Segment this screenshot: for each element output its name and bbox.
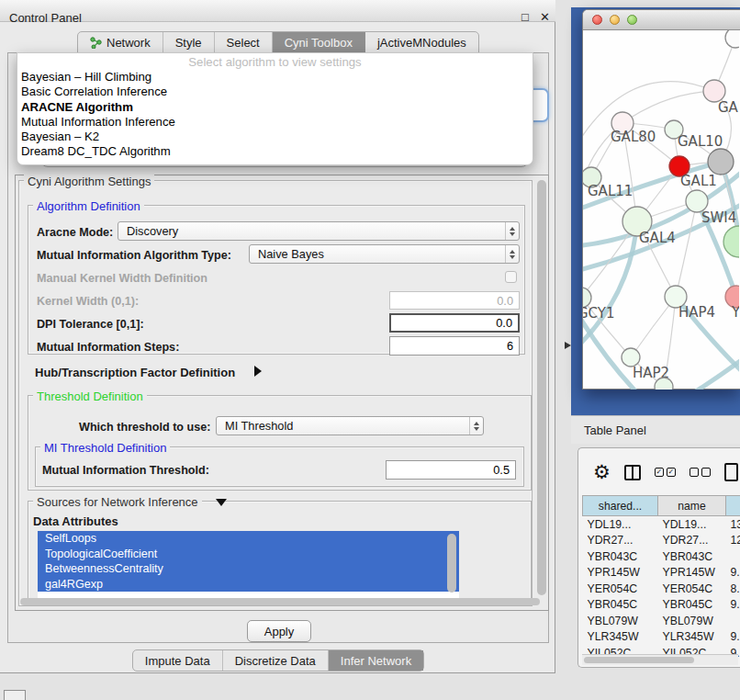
unchecked-pair-icon[interactable]	[690, 468, 711, 477]
control-panel-title: Control Panel	[9, 11, 82, 25]
columns-icon[interactable]	[624, 465, 641, 480]
tab-network[interactable]: Network	[78, 32, 163, 53]
expand-right-arrow-icon[interactable]	[254, 366, 262, 377]
algorithm-option[interactable]: ARACNE Algorithm	[17, 100, 533, 115]
bottom-tabstrip: Impute Data Discretize Data Infer Networ…	[0, 649, 556, 672]
attribute-list-scrollbar[interactable]	[447, 534, 456, 593]
mi-algorithm-type-label: Mutual Information Algorithm Type:	[37, 249, 231, 262]
attribute-item[interactable]: SelfLoops	[38, 531, 459, 547]
algorithm-option[interactable]: Bayesian – K2	[17, 130, 533, 144]
table-row[interactable]: YDL19...YDL19...13	[583, 516, 740, 533]
stepper-icon	[469, 417, 483, 435]
collapse-down-arrow-icon[interactable]	[216, 499, 227, 506]
mi-threshold-label: Mutual Information Threshold:	[42, 464, 209, 477]
close-traffic-light-icon[interactable]	[592, 15, 602, 25]
tab-jactivemnodules[interactable]: jActiveMNodules	[365, 32, 478, 53]
hub-definition-expander-label[interactable]: Hub/Transcription Factor Definition	[35, 366, 235, 379]
network-window[interactable]: GALGAL80GAL10GAL1GAL11SWI4GAL4GCY1HAP4YH…	[582, 9, 740, 390]
node-label: SWI4	[701, 209, 736, 226]
manual-kernel-width-label: Manual Kernel Width Definition	[37, 272, 207, 285]
threshold-definition-title: Threshold Definition	[33, 390, 147, 403]
dpi-tolerance-field[interactable]: 0.0	[389, 313, 520, 333]
table-hscroll-track[interactable]	[582, 654, 738, 665]
node-label: GCY1	[583, 305, 615, 322]
tab-impute-data[interactable]: Impute Data	[133, 650, 223, 671]
attribute-item[interactable]: gal4RGexp	[38, 577, 459, 593]
node-table-body: YDL19...YDL19...13YDR27...YDR27...12YBR0…	[583, 516, 740, 661]
node-label: GAL4	[639, 230, 676, 246]
table-row[interactable]: YDR27...YDR27...12	[583, 533, 740, 549]
apply-button[interactable]: Apply	[247, 620, 311, 642]
kernel-width-field[interactable]: 0.0	[389, 291, 520, 310]
column-header-shared-name[interactable]: shared...	[583, 496, 658, 516]
node-table[interactable]: shared... name A YDL19...YDL19...13YDR27…	[582, 495, 740, 661]
control-panel-titlebar[interactable]	[0, 0, 555, 22]
column-header-third[interactable]: A	[726, 496, 740, 516]
node-hap2[interactable]	[622, 348, 640, 367]
tab-select[interactable]: Select	[215, 32, 273, 53]
algorithm-option[interactable]: Dream8 DC_TDC Algorithm	[17, 144, 533, 159]
table-row[interactable]: YER054CYER054C8.	[583, 581, 740, 597]
tab-infer-network[interactable]: Infer Network	[329, 650, 423, 671]
attribute-item[interactable]: BetweennessCentrality	[38, 561, 459, 577]
mi-algorithm-type-combo[interactable]: Naive Bayes	[249, 244, 520, 264]
node-label: GAL10	[678, 133, 723, 150]
minimize-traffic-light-icon[interactable]	[610, 15, 620, 25]
which-threshold-combo[interactable]: MI Threshold	[216, 416, 484, 435]
close-panel-icon[interactable]: ✕	[540, 10, 550, 24]
data-attributes-label: Data Attributes	[33, 514, 118, 528]
aracne-mode-combo[interactable]: Discovery	[118, 221, 520, 241]
algorithm-dropdown-popup: Select algorithm to view settings Bayesi…	[17, 52, 533, 165]
node-label: HAP4	[678, 304, 715, 321]
tab-cyni-toolbox[interactable]: Cyni Toolbox	[273, 32, 365, 53]
table-row[interactable]: YPR145WYPR145W9.	[583, 565, 740, 581]
node-label: GAL80	[611, 129, 656, 145]
minimized-panel-icon[interactable]	[4, 690, 26, 700]
dpi-tolerance-label: DPI Tolerance [0,1]:	[37, 318, 144, 331]
algorithm-option[interactable]: Bayesian – Hill Climbing	[17, 70, 533, 85]
network-canvas[interactable]: GALGAL80GAL10GAL1GAL11SWI4GAL4GCY1HAP4YH…	[583, 30, 739, 390]
column-header-name[interactable]: name	[658, 496, 726, 516]
attribute-item[interactable]: TopologicalCoefficient	[38, 547, 459, 562]
node[interactable]	[708, 149, 734, 175]
node[interactable]	[723, 226, 739, 257]
checked-pair-icon[interactable]: ✓✓	[655, 468, 676, 477]
algorithm-dropdown-list: Bayesian – Hill ClimbingBasic Correlatio…	[17, 70, 533, 160]
node-label: GAL	[718, 99, 739, 116]
node-label: GAL1	[680, 173, 717, 189]
which-threshold-label: Which threshold to use:	[79, 421, 210, 434]
aracne-mode-label: Aracne Mode:	[37, 226, 113, 239]
kernel-width-label: Kernel Width (0,1):	[37, 295, 139, 308]
gear-icon[interactable]: ⚙	[593, 463, 611, 481]
table-hscroll-thumb[interactable]	[584, 657, 694, 663]
algorithm-option[interactable]: Mutual Information Inference	[17, 115, 533, 130]
node[interactable]	[725, 30, 739, 48]
table-row[interactable]: YLR345WYLR345W9.	[583, 629, 740, 646]
table-row[interactable]: YBR045CYBR045C9.	[583, 597, 740, 614]
mi-threshold-field[interactable]: 0.5	[386, 460, 516, 480]
manual-kernel-width-checkbox[interactable]	[505, 271, 517, 283]
algorithm-definition-title: Algorithm Definition	[33, 199, 144, 213]
document-icon[interactable]	[724, 463, 738, 481]
settings-horizontal-scrollbar[interactable]	[20, 598, 540, 605]
stepper-icon	[505, 245, 519, 263]
table-row[interactable]: YBR043CYBR043C	[583, 548, 740, 565]
mi-steps-field[interactable]: 6	[389, 336, 520, 356]
tab-discretize-data[interactable]: Discretize Data	[223, 650, 329, 671]
control-panel-tabstrip: Network Style Select Cyni Toolbox jActiv…	[77, 31, 479, 54]
table-row[interactable]: YBL079WYBL079W	[583, 613, 740, 629]
algorithm-dropdown-placeholder: Select algorithm to view settings	[17, 55, 533, 70]
algorithm-option[interactable]: Basic Correlation Inference	[17, 85, 533, 99]
mouse-cursor	[565, 342, 571, 349]
table-panel-bar: Table Panel	[571, 415, 740, 444]
sources-group-title: Sources for Network Inference	[33, 495, 202, 509]
network-window-titlebar[interactable]	[583, 10, 740, 30]
tab-style[interactable]: Style	[163, 32, 215, 53]
attribute-list[interactable]: SelfLoopsTopologicalCoefficientBetweenne…	[38, 531, 459, 599]
network-graph: GALGAL80GAL10GAL1GAL11SWI4GAL4GCY1HAP4YH…	[583, 30, 739, 390]
cyni-algorithm-settings-title: Cyni Algorithm Settings	[24, 175, 154, 188]
zoom-traffic-light-icon[interactable]	[627, 15, 637, 25]
float-panel-icon[interactable]: □	[521, 10, 527, 24]
table-toolbar: ⚙ ✓✓	[593, 463, 738, 481]
settings-vertical-scrollbar[interactable]	[537, 180, 546, 595]
